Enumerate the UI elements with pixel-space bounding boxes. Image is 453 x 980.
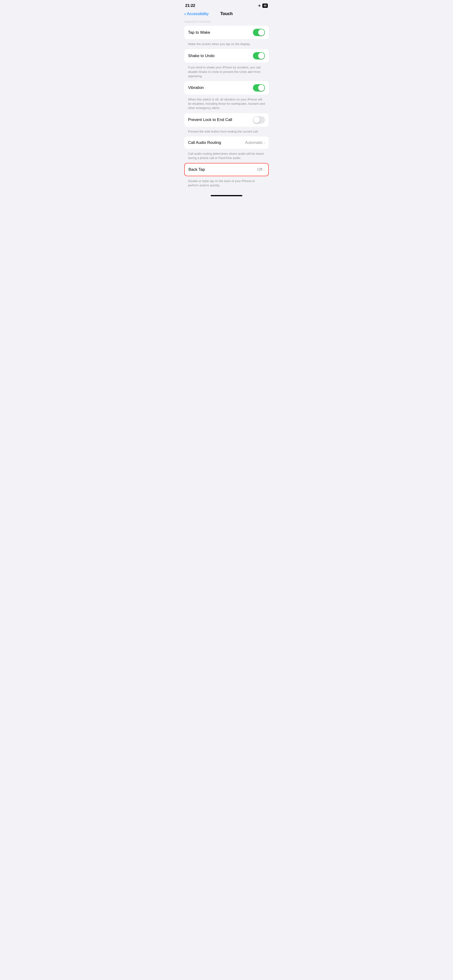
prevent-lock-toggle-knob: [254, 117, 260, 123]
shake-to-undo-toggle[interactable]: [253, 52, 265, 59]
page-title: Touch: [220, 11, 233, 16]
back-tap-card: Back Tap Off ›: [184, 163, 269, 176]
airplane-icon: ✈: [258, 3, 261, 8]
status-bar: 21:22 ✈ 49: [180, 0, 273, 10]
faded-top-text: respond to touches.: [180, 19, 273, 26]
back-tap-value: Off: [257, 167, 262, 172]
vibration-toggle[interactable]: [253, 84, 265, 92]
back-label: Accessibility: [187, 11, 209, 16]
prevent-lock-label: Prevent Lock to End Call: [188, 118, 232, 122]
tap-to-wake-row[interactable]: Tap to Wake: [184, 26, 269, 39]
prevent-lock-card: Prevent Lock to End Call: [184, 113, 269, 127]
call-audio-routing-value: Automatic: [245, 140, 263, 145]
home-bar: [211, 195, 242, 196]
nav-bar: ‹ Accessibility Touch: [180, 10, 273, 19]
shake-to-undo-toggle-knob: [258, 52, 265, 59]
shake-to-undo-label: Shake to Undo: [188, 54, 214, 58]
tap-to-wake-toggle[interactable]: [253, 29, 265, 36]
vibration-description: When this switch is off, all vibration o…: [184, 97, 269, 113]
call-audio-routing-value-group: Automatic ›: [245, 140, 265, 145]
back-tap-description: Double or triple tap on the back of your…: [184, 178, 269, 190]
vibration-toggle-knob: [258, 85, 265, 91]
tap-to-wake-toggle-knob: [258, 29, 265, 36]
tap-to-wake-description: Wake the screen when you tap on the disp…: [184, 41, 269, 49]
shake-to-undo-row[interactable]: Shake to Undo: [184, 49, 269, 62]
back-tap-label: Back Tap: [188, 167, 205, 172]
home-indicator: [180, 190, 273, 199]
vibration-row[interactable]: Vibration: [184, 81, 269, 95]
back-chevron-icon: ‹: [184, 11, 186, 16]
shake-to-undo-description: If you tend to shake your iPhone by acci…: [184, 64, 269, 81]
back-button[interactable]: ‹ Accessibility: [184, 11, 209, 16]
prevent-lock-description: Prevent the side button from ending the …: [184, 129, 269, 137]
settings-content: Tap to Wake Wake the screen when you tap…: [180, 26, 273, 190]
tap-to-wake-label: Tap to Wake: [188, 30, 210, 35]
call-audio-routing-card: Call Audio Routing Automatic ›: [184, 137, 269, 149]
vibration-card: Vibration: [184, 81, 269, 95]
back-tap-value-group: Off ›: [257, 167, 265, 172]
call-audio-routing-chevron-icon: ›: [264, 141, 265, 145]
status-icons: ✈ 49: [258, 3, 268, 8]
battery-indicator: 49: [262, 3, 268, 8]
call-audio-routing-description: Call audio routing determines where audi…: [184, 151, 269, 163]
vibration-label: Vibration: [188, 85, 204, 90]
status-time: 21:22: [185, 3, 195, 8]
call-audio-routing-row[interactable]: Call Audio Routing Automatic ›: [184, 137, 269, 149]
back-tap-chevron-icon: ›: [263, 168, 265, 172]
call-audio-routing-label: Call Audio Routing: [188, 140, 221, 145]
prevent-lock-toggle[interactable]: [253, 116, 265, 124]
tap-to-wake-card: Tap to Wake: [184, 26, 269, 39]
back-tap-row[interactable]: Back Tap Off ›: [185, 164, 268, 176]
prevent-lock-row[interactable]: Prevent Lock to End Call: [184, 113, 269, 127]
shake-to-undo-card: Shake to Undo: [184, 49, 269, 62]
